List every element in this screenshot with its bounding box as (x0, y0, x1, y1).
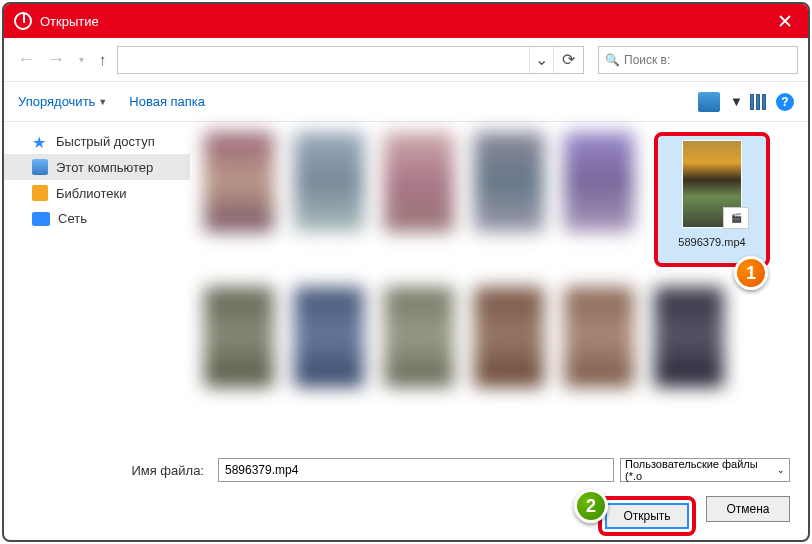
titlebar: Открытие (4, 4, 808, 38)
open-button[interactable]: Открыть (605, 503, 689, 529)
filename-label: Имя файла: (22, 463, 212, 478)
file-name-label: 5896379.mp4 (678, 236, 745, 248)
new-folder-button[interactable]: Новая папка (129, 94, 205, 109)
file-thumbnail[interactable] (564, 287, 634, 387)
star-icon: ★ (32, 133, 48, 149)
address-dropdown-icon[interactable]: ⌄ (529, 47, 553, 73)
refresh-icon[interactable]: ⟳ (553, 47, 583, 73)
media-player-icon: 🎬 (723, 207, 749, 229)
help-button[interactable]: ? (776, 93, 794, 111)
view-dropdown-icon[interactable]: ▼ (730, 94, 740, 109)
preview-pane-button[interactable] (750, 94, 766, 110)
search-icon: 🔍 (605, 53, 620, 67)
view-mode-button[interactable] (698, 92, 720, 112)
history-dropdown[interactable]: ▾ (76, 54, 87, 65)
network-icon (32, 212, 50, 226)
file-thumbnail[interactable] (474, 132, 544, 232)
close-button[interactable] (762, 4, 808, 38)
back-button[interactable]: ← (14, 49, 38, 70)
toolbar-right: ▼ ? (698, 92, 794, 112)
file-thumbnail[interactable] (384, 132, 454, 232)
forward-button[interactable]: → (44, 49, 68, 70)
search-input[interactable]: 🔍 Поиск в: (598, 46, 798, 74)
up-button[interactable]: ↑ (95, 51, 111, 68)
dialog-window: Открытие ← → ▾ ↑ ⌄ ⟳ 🔍 Поиск в: Упорядоч… (2, 2, 810, 542)
file-area[interactable]: 🎬 5896379.mp4 1 (190, 122, 808, 450)
search-placeholder: Поиск в: (624, 53, 670, 67)
pc-icon (32, 159, 48, 175)
file-thumbnail[interactable] (294, 132, 364, 232)
footer: Имя файла: Пользовательские файлы (*.o ⌄… (4, 450, 808, 542)
sidebar-item-network[interactable]: Сеть (4, 206, 190, 231)
chevron-down-icon: ⌄ (777, 465, 785, 475)
sidebar: ★ Быстрый доступ Этот компьютер Библиоте… (4, 122, 190, 450)
address-bar[interactable]: ⌄ ⟳ (117, 46, 585, 74)
app-logo-icon (14, 12, 32, 30)
close-icon (779, 15, 791, 27)
file-thumbnail[interactable] (204, 287, 274, 387)
filename-input[interactable] (218, 458, 614, 482)
file-thumbnail[interactable] (654, 287, 724, 387)
sidebar-item-this-pc[interactable]: Этот компьютер (4, 154, 190, 180)
filename-row: Имя файла: Пользовательские файлы (*.o ⌄ (22, 458, 790, 482)
file-thumbnail[interactable] (384, 287, 454, 387)
file-thumbnail[interactable] (474, 287, 544, 387)
selected-file[interactable]: 🎬 5896379.mp4 1 (654, 132, 770, 267)
dialog-body: ★ Быстрый доступ Этот компьютер Библиоте… (4, 122, 808, 450)
sidebar-item-libraries[interactable]: Библиотеки (4, 180, 190, 206)
open-button-highlight: Открыть 2 (598, 496, 696, 536)
file-type-dropdown[interactable]: Пользовательские файлы (*.o ⌄ (620, 458, 790, 482)
annotation-marker-2: 2 (574, 489, 608, 523)
file-thumbnail[interactable] (564, 132, 634, 232)
video-thumbnail: 🎬 (682, 140, 742, 228)
toolbar: Упорядочить ▼ Новая папка ▼ ? (4, 82, 808, 122)
organize-button[interactable]: Упорядочить ▼ (18, 94, 107, 109)
cancel-button[interactable]: Отмена (706, 496, 790, 522)
libraries-icon (32, 185, 48, 201)
chevron-down-icon: ▼ (98, 97, 107, 107)
window-title: Открытие (40, 14, 99, 29)
file-thumbnail[interactable] (204, 132, 274, 232)
nav-row: ← → ▾ ↑ ⌄ ⟳ 🔍 Поиск в: (4, 38, 808, 82)
file-thumbnail[interactable] (294, 287, 364, 387)
annotation-marker-1: 1 (734, 256, 768, 290)
button-row: Открыть 2 Отмена (22, 496, 790, 536)
sidebar-item-quick-access[interactable]: ★ Быстрый доступ (4, 128, 190, 154)
